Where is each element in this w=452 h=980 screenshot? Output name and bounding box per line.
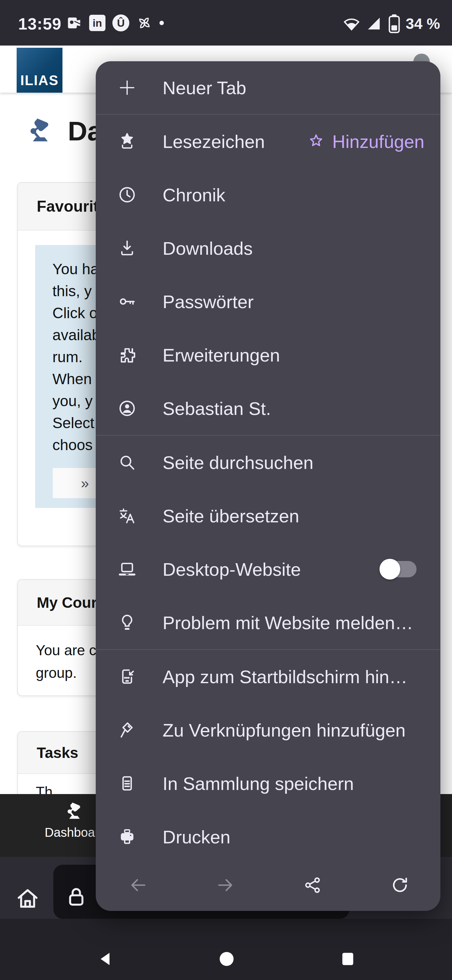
menu-item-label: Drucken (163, 826, 230, 848)
recents-square-icon[interactable] (339, 950, 356, 968)
menu-item-bookmarks[interactable]: Lesezeichen Hinzufügen (96, 115, 440, 168)
phone-add-icon (117, 667, 137, 687)
menu-item-history[interactable]: Chronik (96, 168, 440, 221)
signal-icon (365, 15, 383, 32)
menu-item-add-to-shortcuts[interactable]: Zu Verknüpfungen hinzufügen (96, 703, 440, 757)
laptop-icon (117, 559, 137, 579)
menu-item-label: Sebastian St. (163, 398, 271, 419)
menu-item-label: Neuer Tab (163, 77, 246, 98)
browser-overflow-menu: Neuer Tab Lesezeichen Hinzufügen (96, 61, 440, 911)
account-circle-icon (117, 398, 137, 418)
pinwheel-icon (136, 15, 152, 31)
menu-item-label: Desktop-Website (163, 559, 301, 580)
incognito-lock-icon[interactable] (64, 884, 88, 910)
outlook-icon (66, 15, 82, 31)
wifi-icon (343, 14, 361, 33)
menu-item-label: Chronik (163, 185, 225, 205)
key-icon (117, 291, 137, 312)
puzzle-icon (117, 345, 137, 365)
favourites-info-text: You ha this, y Click o availab rum. When… (52, 258, 100, 456)
menu-item-label: Seite durchsuchen (163, 452, 313, 473)
footer-lamp-icon (64, 801, 87, 822)
menu-item-downloads[interactable]: Downloads (96, 221, 440, 275)
search-icon (117, 452, 137, 473)
download-icon (117, 238, 137, 258)
battery-icon (387, 14, 401, 33)
battery-percent-text: 34 % (406, 15, 440, 32)
notification-icons: in Û (66, 14, 164, 32)
menu-item-label: Erweiterungen (163, 345, 280, 366)
back-triangle-icon[interactable] (98, 950, 114, 968)
android-nav-bar (0, 919, 452, 980)
pin-icon (117, 720, 137, 740)
dashboard-lamp-icon (25, 116, 58, 146)
home-icon[interactable] (15, 886, 40, 911)
forward-arrow-icon[interactable] (216, 875, 235, 895)
translate-icon (117, 506, 137, 526)
clock-text: 13:59 (18, 14, 62, 33)
linkedin-icon: in (89, 15, 105, 31)
menu-item-extensions[interactable]: Erweiterungen (96, 328, 440, 382)
menu-item-new-tab[interactable]: Neuer Tab (96, 61, 440, 114)
menu-item-print[interactable]: Drucken (96, 810, 440, 864)
menu-item-translate[interactable]: Seite übersetzen (96, 489, 440, 542)
menu-item-passwords[interactable]: Passwörter (96, 275, 440, 328)
menu-item-label: Passwörter (163, 291, 254, 312)
menu-toolbar (96, 864, 440, 911)
menu-item-profile[interactable]: Sebastian St. (96, 382, 440, 435)
status-bar: 13:59 in Û (0, 0, 452, 46)
bookmark-star-icon (117, 131, 137, 151)
printer-icon (117, 827, 137, 847)
lightbulb-icon (117, 612, 137, 633)
menu-item-label: In Sammlung speichern (163, 773, 354, 794)
menu-item-label: Seite übersetzen (163, 505, 299, 527)
back-arrow-icon[interactable] (128, 875, 148, 895)
plus-icon (117, 78, 137, 98)
menu-item-label: Lesezeichen (163, 131, 265, 152)
menu-item-desktop-site[interactable]: Desktop-Website (96, 542, 440, 596)
menu-item-save-to-collection[interactable]: In Sammlung speichern (96, 757, 440, 810)
reload-icon[interactable] (390, 875, 410, 895)
menu-item-report-issue[interactable]: Problem mit Website melden… (96, 596, 440, 649)
menu-item-label: Downloads (163, 238, 253, 259)
ilias-logo-text: ILIAS (21, 73, 59, 88)
menu-item-label: App zum Startbildschirm hin… (163, 666, 408, 687)
screen: ILIAS Dashboard Favourites You ha this, … (0, 0, 452, 980)
menu-item-add-to-home[interactable]: App zum Startbildschirm hin… (96, 650, 440, 703)
toggle-thumb (379, 559, 400, 579)
collection-icon (117, 773, 137, 794)
menu-item-label: Zu Verknüpfungen hinzufügen (163, 720, 406, 741)
home-circle-icon[interactable] (218, 950, 235, 968)
ilias-logo[interactable]: ILIAS (17, 48, 62, 93)
circle-u-icon: Û (113, 14, 129, 32)
bookmark-add-button[interactable]: Hinzufügen (307, 131, 424, 152)
system-status-icons: 34 % (343, 14, 440, 33)
bookmark-add-label: Hinzufügen (332, 131, 424, 152)
menu-item-find-in-page[interactable]: Seite durchsuchen (96, 436, 440, 489)
share-icon[interactable] (303, 875, 322, 895)
desktop-site-toggle[interactable] (379, 558, 418, 580)
overflow-dot-icon (159, 21, 164, 25)
menu-item-label: Problem mit Website melden… (163, 612, 413, 633)
clock-icon (117, 185, 137, 205)
